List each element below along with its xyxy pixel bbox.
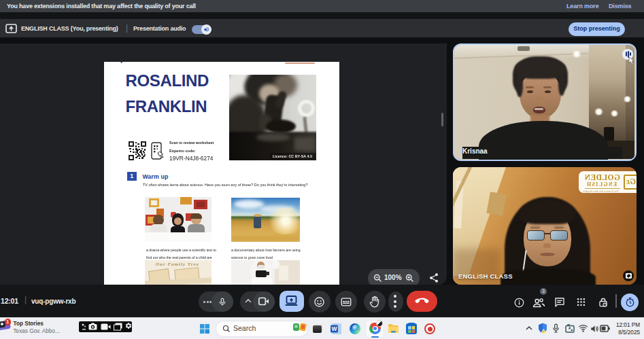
svg-text:W: W	[331, 325, 337, 332]
